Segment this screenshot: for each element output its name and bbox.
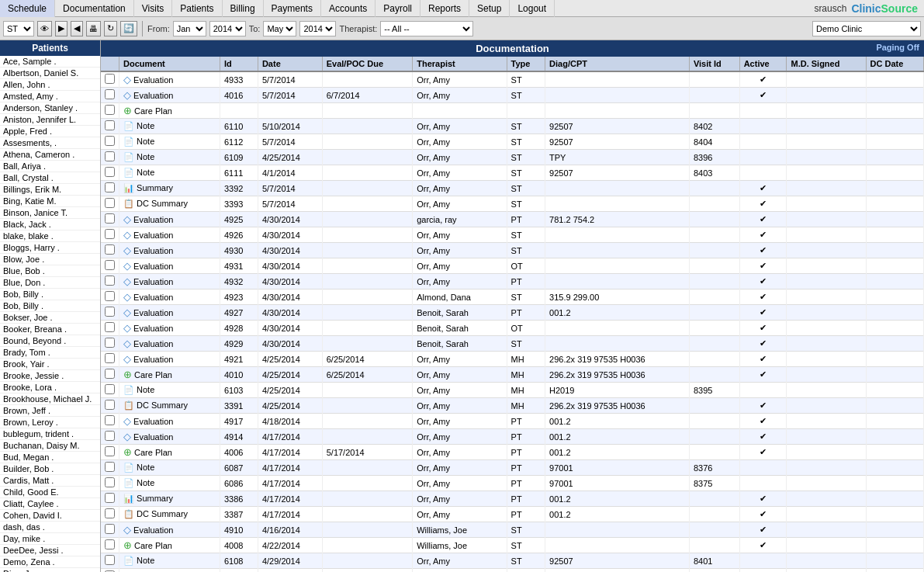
- table-row[interactable]: ⊕ Care Plan 4009 4/22/2014 Williams, Joe…: [101, 569, 924, 573]
- patient-item[interactable]: blake, blake .: [0, 231, 100, 242]
- row-document[interactable]: 📄 Note: [119, 553, 220, 569]
- patient-item[interactable]: Ball, Crystal .: [0, 172, 100, 184]
- nav-patients[interactable]: Patients: [172, 0, 222, 17]
- row-checkbox[interactable]: [101, 150, 119, 165]
- patient-item[interactable]: Brown, Leroy .: [0, 417, 100, 428]
- nav-reports[interactable]: Reports: [420, 0, 469, 17]
- patient-item[interactable]: Amsted, Amy .: [0, 91, 100, 102]
- table-row[interactable]: 📄 Note 6111 4/1/2014 Orr, Amy ST 92507 8…: [101, 165, 924, 181]
- patient-item[interactable]: Bob, Billy .: [0, 289, 100, 300]
- row-checkbox[interactable]: [101, 321, 119, 336]
- clinic-select[interactable]: Demo Clinic: [812, 21, 921, 36]
- row-checkbox[interactable]: [101, 243, 119, 258]
- patient-item[interactable]: Builder, Bob .: [0, 463, 100, 475]
- patient-item[interactable]: Athena, Cameron .: [0, 149, 100, 161]
- row-checkbox[interactable]: [101, 165, 119, 181]
- col-date[interactable]: Date: [258, 57, 322, 71]
- patient-item[interactable]: bublegum, trident .: [0, 428, 100, 440]
- row-checkbox[interactable]: [101, 414, 119, 429]
- patient-item[interactable]: Demo, Zena .: [0, 556, 100, 568]
- nav-schedule[interactable]: Schedule: [0, 0, 55, 17]
- table-row[interactable]: 📄 Note 6112 5/7/2014 Orr, Amy ST 92507 8…: [101, 134, 924, 150]
- row-checkbox[interactable]: [101, 181, 119, 196]
- row-checkbox[interactable]: [101, 553, 119, 569]
- col-diag[interactable]: Diag/CPT: [545, 57, 690, 71]
- toolbar-icon-btn-2[interactable]: ▶: [55, 21, 67, 36]
- table-row[interactable]: 📄 Note 6109 4/25/2014 Orr, Amy ST TPY 83…: [101, 150, 924, 165]
- patient-item[interactable]: dash, das .: [0, 522, 100, 533]
- row-document[interactable]: 📋 DC Summary: [119, 398, 220, 414]
- to-year-select[interactable]: 201320142015: [299, 21, 336, 36]
- row-checkbox[interactable]: [101, 103, 119, 119]
- row-checkbox[interactable]: [101, 460, 119, 476]
- table-row[interactable]: 📄 Note 6110 5/10/2014 Orr, Amy ST 92507 …: [101, 119, 924, 134]
- table-row[interactable]: 📄 Note 6108 4/29/2014 Orr, Amy ST 92507 …: [101, 553, 924, 569]
- row-document[interactable]: 📄 Note: [119, 134, 220, 150]
- patient-item[interactable]: Cohen, David I.: [0, 510, 100, 522]
- nav-visits[interactable]: Visits: [134, 0, 172, 17]
- table-row[interactable]: ◇ Evaluation 4016 5/7/2014 6/7/2014 Orr,…: [101, 88, 924, 103]
- row-checkbox[interactable]: [101, 445, 119, 460]
- row-checkbox[interactable]: [101, 212, 119, 227]
- row-document[interactable]: 📋 DC Summary: [119, 507, 220, 522]
- patient-item[interactable]: Bound, Beyond .: [0, 335, 100, 347]
- row-checkbox[interactable]: [101, 522, 119, 538]
- row-document[interactable]: 📊 Summary: [119, 181, 220, 196]
- toolbar-icon-btn-1[interactable]: 👁: [37, 21, 52, 36]
- col-md-signed[interactable]: M.D. Signed: [787, 57, 866, 71]
- table-row[interactable]: ◇ Evaluation 4932 4/30/2014 Orr, Amy PT …: [101, 274, 924, 289]
- row-document[interactable]: ◇ Evaluation: [119, 321, 220, 336]
- row-document[interactable]: 📋 DC Summary: [119, 196, 220, 212]
- patient-item[interactable]: Brady, Tom .: [0, 347, 100, 359]
- row-checkbox[interactable]: [101, 88, 119, 103]
- row-document[interactable]: ◇ Evaluation: [119, 274, 220, 289]
- row-document[interactable]: ◇ Evaluation: [119, 429, 220, 445]
- row-document[interactable]: ⊕ Care Plan: [119, 367, 220, 383]
- row-checkbox[interactable]: [101, 538, 119, 553]
- nav-logout[interactable]: Logout: [510, 0, 555, 17]
- row-checkbox[interactable]: [101, 289, 119, 305]
- patient-item[interactable]: Brooke, Jessie .: [0, 370, 100, 382]
- table-row[interactable]: ◇ Evaluation 4927 4/30/2014 Benoit, Sara…: [101, 305, 924, 321]
- row-document[interactable]: ◇ Evaluation: [119, 258, 220, 274]
- row-checkbox[interactable]: [101, 227, 119, 243]
- patient-item[interactable]: Cliatt, Caylee .: [0, 498, 100, 510]
- table-row[interactable]: ⊕ Care Plan 4008 4/22/2014 Williams, Joe…: [101, 538, 924, 553]
- row-document[interactable]: ◇ Evaluation: [119, 88, 220, 103]
- type-select[interactable]: STOTPTMH: [3, 21, 34, 36]
- patient-item[interactable]: Cardis, Matt .: [0, 475, 100, 487]
- row-document[interactable]: ⊕ Care Plan: [119, 569, 220, 573]
- patient-item[interactable]: DeeDee, Jessi .: [0, 545, 100, 556]
- row-document[interactable]: ◇ Evaluation: [119, 289, 220, 305]
- nav-documentation[interactable]: Documentation: [55, 0, 134, 17]
- table-row[interactable]: ◇ Evaluation 4925 4/30/2014 garcia, ray …: [101, 212, 924, 227]
- patient-item[interactable]: Blue, Bob .: [0, 265, 100, 277]
- toolbar-icon-btn-4[interactable]: 🖶: [86, 21, 101, 36]
- table-row[interactable]: ◇ Evaluation 4914 4/17/2014 Orr, Amy PT …: [101, 429, 924, 445]
- patient-item[interactable]: Booker, Breana .: [0, 324, 100, 335]
- row-document[interactable]: ◇ Evaluation: [119, 352, 220, 367]
- row-document[interactable]: 📄 Note: [119, 150, 220, 165]
- patient-item[interactable]: Bokser, Joe .: [0, 312, 100, 324]
- table-row[interactable]: ◇ Evaluation 4933 5/7/2014 Orr, Amy ST ✔: [101, 71, 924, 88]
- table-row[interactable]: 📄 Note 6103 4/25/2014 Orr, Amy MH H2019 …: [101, 383, 924, 398]
- row-document[interactable]: ◇ Evaluation: [119, 305, 220, 321]
- table-row[interactable]: 📄 Note 6087 4/17/2014 Orr, Amy PT 97001 …: [101, 460, 924, 476]
- patient-item[interactable]: Buchanan, Daisy M.: [0, 440, 100, 452]
- row-document[interactable]: ⊕ Care Plan: [119, 103, 220, 119]
- row-checkbox[interactable]: [101, 383, 119, 398]
- row-document[interactable]: 📄 Note: [119, 460, 220, 476]
- patient-item[interactable]: Albertson, Daniel S.: [0, 68, 100, 79]
- toolbar-icon-btn-5[interactable]: ↻: [104, 21, 117, 36]
- row-document[interactable]: 📄 Note: [119, 476, 220, 491]
- nav-payments[interactable]: Payments: [264, 0, 321, 17]
- patient-item[interactable]: Binson, Janice T.: [0, 207, 100, 219]
- paging-off-link[interactable]: Paging Off: [876, 43, 919, 52]
- nav-accounts[interactable]: Accounts: [321, 0, 375, 17]
- nav-setup[interactable]: Setup: [469, 0, 510, 17]
- patient-item[interactable]: Dice, Joan .: [0, 568, 100, 572]
- row-checkbox[interactable]: [101, 491, 119, 507]
- row-document[interactable]: ◇ Evaluation: [119, 522, 220, 538]
- table-row[interactable]: 📋 DC Summary 3393 5/7/2014 Orr, Amy ST ✔: [101, 196, 924, 212]
- col-document[interactable]: Document: [119, 57, 220, 71]
